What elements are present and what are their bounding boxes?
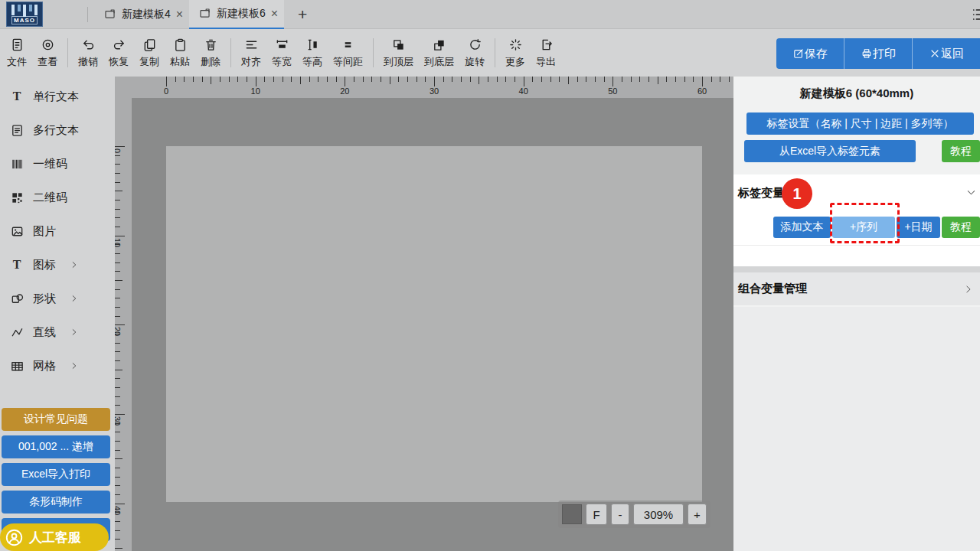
ruler-tick (666, 77, 667, 82)
ruler-tick (115, 378, 120, 379)
ruler-tick (115, 155, 120, 156)
save-button[interactable]: 保存 (776, 38, 844, 69)
ruler-label: 30 (115, 416, 122, 425)
app-logo[interactable]: MASO (6, 2, 43, 27)
ruler-tick (115, 360, 120, 361)
ruler-tick (416, 77, 417, 82)
toolbar-trash-button[interactable]: 删除 (195, 37, 226, 69)
toolbar-undo-button[interactable]: 撤销 (73, 37, 103, 69)
headset-icon (4, 527, 24, 548)
ruler-tick (115, 530, 120, 531)
ruler-tick (702, 77, 703, 86)
toolbar-divider (373, 38, 374, 67)
ruler-tick (300, 77, 301, 84)
close-tab-icon[interactable]: × (271, 8, 278, 20)
panel-empty-area (733, 307, 980, 551)
ruler-tick (622, 77, 622, 82)
label-design-surface[interactable] (166, 146, 702, 502)
toolbar-label: 粘贴 (170, 55, 190, 69)
print-button[interactable]: 打印 (844, 38, 912, 69)
ruler-tick (115, 271, 120, 272)
undo-icon (81, 37, 96, 53)
sidebar-item-shape[interactable]: 形状 (0, 282, 115, 315)
shape-icon (9, 291, 24, 306)
tab-新建模板4[interactable]: 新建模板4× (94, 0, 189, 29)
toolbar-equal-width-button[interactable]: 等宽 (266, 37, 297, 69)
redo-icon (112, 37, 126, 53)
sidebar-item-grid[interactable]: 网格 (0, 349, 115, 383)
close-tab-icon[interactable]: × (176, 8, 183, 21)
sidebar-quick-button-2[interactable]: Excel导入打印 (2, 463, 110, 486)
color-swatch[interactable] (562, 504, 582, 524)
toolbar-layer-bottom-button[interactable]: 到底层 (419, 37, 459, 69)
sidebar-item-line[interactable]: 直线 (0, 315, 115, 349)
sidebar-item-qrcode[interactable]: 二维码 (0, 181, 115, 214)
toolbar-paste-button[interactable]: 粘贴 (165, 37, 195, 69)
new-tab-button[interactable]: + (298, 6, 307, 22)
toolbar-more-button[interactable]: 更多 (500, 37, 531, 69)
tab-新建模板6[interactable]: 新建模板6× (189, 0, 284, 29)
customer-service-badge[interactable]: 人工客服 (0, 523, 109, 551)
sidebar-quick-button-3[interactable]: 条形码制作 (2, 491, 110, 514)
label-variables-section: 标签变量 1 添加文本+序列+日期教程 (733, 174, 980, 266)
customer-service-label: 人工客服 (29, 529, 81, 546)
zoom-out-button[interactable]: - (611, 504, 629, 525)
ruler-label: 20 (338, 86, 351, 96)
variables-tutorial-button[interactable]: 教程 (942, 217, 980, 238)
sidebar-item-image[interactable]: 图片 (0, 214, 115, 248)
add-sequence-button[interactable]: +序列 (832, 217, 895, 238)
collapse-section-control[interactable] (965, 187, 977, 201)
ruler-tick (291, 77, 292, 82)
copy-icon (142, 37, 157, 53)
variable-buttons: 添加文本+序列+日期教程 (773, 217, 980, 238)
toolbar-layer-top-button[interactable]: 到顶层 (378, 37, 419, 69)
properties-panel: 新建模板6 (60*40mm) 标签设置（名称 | 尺寸 | 边距 | 多列等）… (733, 77, 980, 551)
ruler-tick (488, 77, 488, 82)
ruler-tick (407, 77, 408, 82)
sidebar-quick-button-0[interactable]: 设计常见问题 (2, 408, 110, 431)
ruler-label: 0 (115, 148, 122, 153)
add-date-button[interactable]: +日期 (897, 217, 940, 238)
ruler-tick (115, 370, 122, 370)
label-settings-button[interactable]: 标签设置（名称 | 尺寸 | 边距 | 多列等） (746, 112, 974, 135)
tab-label: 新建模板4 (122, 8, 172, 21)
toolbar-redo-button[interactable]: 恢复 (103, 37, 134, 69)
ruler-tick (273, 77, 274, 82)
toolbar-copy-button[interactable]: 复制 (134, 37, 165, 69)
toolbar-label: 恢复 (109, 55, 129, 69)
excel-import-button[interactable]: 从Excel导入标签元素 (744, 140, 916, 162)
fit-button[interactable]: F (586, 504, 607, 525)
ruler-tick (256, 77, 256, 86)
menu-icon[interactable] (970, 5, 980, 24)
toolbar-export-button[interactable]: 导出 (531, 37, 561, 69)
sidebar-item-multi-text[interactable]: 多行文本 (0, 113, 115, 147)
back-button[interactable]: 返回 (913, 38, 980, 69)
sidebar-items: T单行文本多行文本一维码二维码图片T图标形状直线网格 (0, 80, 115, 383)
vertical-ruler: 010203040 (115, 98, 132, 551)
sidebar-item-label: 多行文本 (33, 123, 79, 138)
divider (733, 245, 980, 246)
add-text-button[interactable]: 添加文本 (773, 217, 831, 238)
ruler-tick (443, 77, 444, 82)
toolbar-equal-height-button[interactable]: 等高 (297, 37, 328, 69)
toolbar-equal-spacing-button[interactable]: 等间距 (328, 37, 368, 69)
toolbar-rotate-button[interactable]: 旋转 (459, 37, 490, 69)
toolbar-align-button[interactable]: 对齐 (236, 37, 266, 69)
sidebar-item-label: 图标 (33, 258, 56, 272)
toolbar-eye-button[interactable]: 查看 (32, 37, 63, 69)
ruler-tick (434, 77, 435, 86)
ruler-tick (211, 77, 211, 84)
sidebar-item-barcode[interactable]: 一维码 (0, 147, 115, 181)
canvas-area[interactable]: 0102030405060 010203040 F - 309% + (115, 77, 733, 551)
qrcode-icon (9, 190, 24, 205)
sidebar-quick-button-1[interactable]: 001,002 ... 递增 (2, 435, 110, 458)
export-icon (539, 37, 554, 53)
ruler-label: 20 (115, 327, 122, 336)
zoom-in-button[interactable]: + (688, 504, 707, 525)
sidebar-item-icon-t[interactable]: T图标 (0, 248, 115, 282)
toolbar-file-button[interactable]: 文件 (2, 37, 32, 69)
tutorial-button[interactable]: 教程 (942, 140, 980, 162)
sidebar-item-single-text[interactable]: T单行文本 (0, 80, 115, 113)
ruler-tick (452, 77, 452, 82)
group-variable-manager[interactable]: 组合变量管理 (733, 272, 980, 306)
